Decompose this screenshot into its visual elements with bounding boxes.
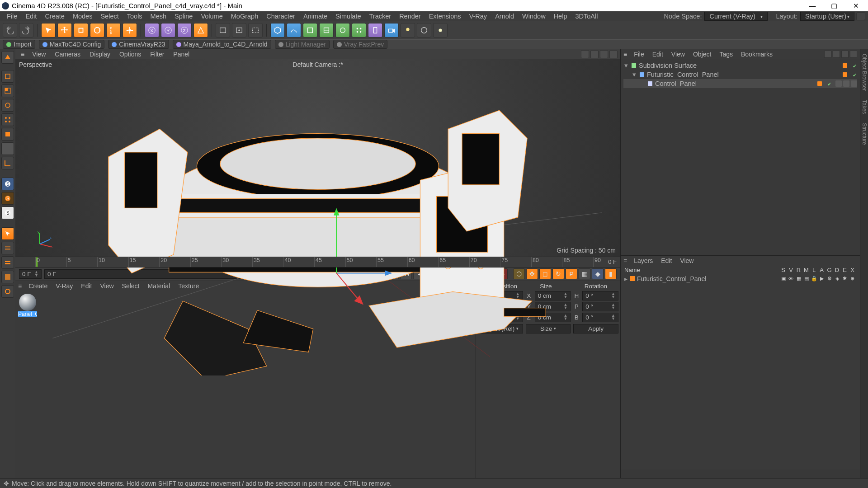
vp-zoom-icon[interactable] bbox=[590, 50, 599, 58]
axis-tool-icon[interactable] bbox=[123, 23, 137, 38]
tree-expand-icon[interactable]: ▾ bbox=[632, 71, 637, 78]
world-axis-icon[interactable] bbox=[193, 23, 208, 38]
menu-edit[interactable]: Edit bbox=[21, 13, 41, 20]
plugin-cinemavray[interactable]: CinemaVrayR23 bbox=[108, 40, 169, 49]
layer-lock-icon[interactable]: 🔒 bbox=[811, 275, 817, 282]
layer-manager-icon[interactable]: ▤ bbox=[803, 275, 810, 282]
window-close[interactable]: ✕ bbox=[845, 0, 866, 11]
menu-render[interactable]: Render bbox=[395, 13, 425, 20]
om-filter-icon[interactable] bbox=[833, 51, 840, 58]
menu-volume[interactable]: Volume bbox=[197, 13, 226, 20]
menu-spline[interactable]: Spline bbox=[170, 13, 197, 20]
tab-object-browser[interactable]: Object Browser bbox=[860, 49, 868, 95]
vis-toggle-icon[interactable]: ✔ bbox=[853, 63, 857, 68]
om-home-icon[interactable] bbox=[850, 51, 857, 58]
plugin-maya-arnold[interactable]: Maya_Arnold_to_C4D_Arnold bbox=[173, 40, 271, 49]
om-menu-object[interactable]: Object bbox=[689, 51, 715, 58]
vis-toggle-icon[interactable]: ✔ bbox=[827, 81, 832, 86]
layer-xref-icon[interactable]: ⊕ bbox=[849, 275, 856, 282]
vp-move-icon[interactable] bbox=[581, 50, 589, 58]
plugin-import[interactable]: Import bbox=[3, 40, 35, 49]
menu-file[interactable]: File bbox=[3, 13, 21, 20]
undo-icon[interactable] bbox=[3, 23, 17, 38]
vp-menu-panel[interactable]: Panel bbox=[169, 51, 193, 58]
texture-mode-icon[interactable] bbox=[1, 84, 14, 97]
om-menu-edit[interactable]: Edit bbox=[648, 51, 667, 58]
redo-icon[interactable] bbox=[19, 23, 33, 38]
layers-menu-view[interactable]: View bbox=[676, 257, 698, 264]
tree-item[interactable]: ▾Subdivision Surface✔ bbox=[623, 61, 857, 70]
om-search-icon[interactable] bbox=[824, 51, 831, 58]
y-axis-icon[interactable]: Y bbox=[161, 23, 175, 38]
vp-toggle-icon[interactable] bbox=[609, 50, 618, 58]
window-maximize[interactable]: ▢ bbox=[824, 0, 844, 11]
om-path-icon[interactable] bbox=[841, 51, 849, 58]
add-deformer-icon[interactable] bbox=[319, 23, 334, 38]
layer-render-icon[interactable]: ▦ bbox=[795, 275, 802, 282]
vp-menu-filter[interactable]: Filter bbox=[146, 51, 168, 58]
layer-swatch[interactable] bbox=[817, 81, 822, 86]
x-axis-icon[interactable]: X bbox=[145, 23, 159, 38]
tree-expand-icon[interactable]: ▾ bbox=[623, 62, 629, 69]
om-menu-view[interactable]: View bbox=[667, 51, 689, 58]
menu-arnold[interactable]: Arnold bbox=[491, 13, 518, 20]
layer-color-swatch[interactable] bbox=[630, 276, 635, 281]
render-region-icon[interactable] bbox=[248, 23, 263, 38]
tweak-tool-icon[interactable] bbox=[1, 227, 14, 240]
fill-select-icon[interactable] bbox=[1, 271, 14, 283]
menu-simulate[interactable]: Simulate bbox=[331, 13, 365, 20]
loop-select-icon[interactable] bbox=[1, 242, 14, 254]
hamburger-icon[interactable]: ≡ bbox=[621, 257, 630, 264]
outline-select-icon[interactable] bbox=[1, 285, 14, 298]
menu-help[interactable]: Help bbox=[550, 13, 571, 20]
menu-animate[interactable]: Animate bbox=[299, 13, 331, 20]
node-space-dropdown[interactable]: Current (V-Ray)▾ bbox=[704, 12, 768, 21]
layer-vis-icon[interactable]: 👁 bbox=[788, 275, 794, 282]
psr-lock-icon[interactable]: PSR bbox=[106, 23, 121, 38]
tag-icon[interactable] bbox=[843, 80, 849, 87]
model-mode-icon[interactable] bbox=[1, 51, 14, 64]
vp-rotate-icon[interactable] bbox=[600, 50, 608, 58]
rotate-tool-icon[interactable] bbox=[90, 23, 104, 38]
menu-vray[interactable]: V-Ray bbox=[465, 13, 491, 20]
add-primitive-icon[interactable] bbox=[270, 23, 285, 38]
work-plane-icon[interactable]: S bbox=[1, 206, 14, 219]
menu-character[interactable]: Character bbox=[262, 13, 299, 20]
vp-menu-options[interactable]: Options bbox=[115, 51, 145, 58]
plugin-vray-fastprev[interactable]: Vray FastPrev bbox=[333, 40, 387, 49]
plugin-maxtoc4d[interactable]: MaxToC4D Config bbox=[39, 40, 105, 49]
om-menu-file[interactable]: File bbox=[630, 51, 648, 58]
menu-select[interactable]: Select bbox=[96, 13, 123, 20]
scale-tool-icon[interactable] bbox=[74, 23, 88, 38]
ring-select-icon[interactable] bbox=[1, 256, 14, 269]
layer-gen-icon[interactable]: ⚙ bbox=[826, 275, 833, 282]
select-tool-icon[interactable] bbox=[41, 23, 56, 38]
layer-row[interactable]: ▸ Futuristic_Control_Panel ▣ 👁 ▦ ▤ 🔒 ▶ ⚙… bbox=[621, 274, 860, 283]
menu-create[interactable]: Create bbox=[41, 13, 69, 20]
menu-tracker[interactable]: Tracker bbox=[365, 13, 396, 20]
snap-icon[interactable]: S bbox=[1, 192, 14, 205]
uv-mode-icon[interactable] bbox=[1, 99, 14, 112]
tab-structure[interactable]: Structure bbox=[860, 118, 868, 150]
hamburger-icon[interactable]: ≡ bbox=[18, 51, 27, 58]
layer-solo-icon[interactable]: ▣ bbox=[780, 275, 787, 282]
layer-def-icon[interactable]: ◈ bbox=[834, 275, 840, 282]
tag-icon[interactable] bbox=[851, 80, 857, 87]
layer-swatch[interactable] bbox=[843, 72, 847, 77]
render-view-icon[interactable] bbox=[232, 23, 246, 38]
viewport[interactable]: Perspective Default Camera :* Grid Spaci… bbox=[15, 59, 620, 257]
poly-mode-icon[interactable] bbox=[1, 142, 14, 155]
layout-dropdown[interactable]: Startup (User)▾ bbox=[800, 12, 854, 21]
layers-menu-edit[interactable]: Edit bbox=[657, 257, 676, 264]
add-spline-icon[interactable] bbox=[287, 23, 301, 38]
axis-xy-icon[interactable] bbox=[1, 157, 14, 169]
layers-menu-layers[interactable]: Layers bbox=[630, 257, 657, 264]
add-cloner-icon[interactable] bbox=[352, 23, 366, 38]
add-tag-icon[interactable] bbox=[433, 23, 448, 38]
add-field-icon[interactable] bbox=[335, 23, 350, 38]
point-mode-icon[interactable] bbox=[1, 113, 14, 126]
soft-select-icon[interactable]: S bbox=[1, 178, 14, 190]
menu-modes[interactable]: Modes bbox=[69, 13, 97, 20]
tag-icon[interactable] bbox=[835, 80, 842, 87]
layer-anim-icon[interactable]: ▶ bbox=[818, 275, 825, 282]
